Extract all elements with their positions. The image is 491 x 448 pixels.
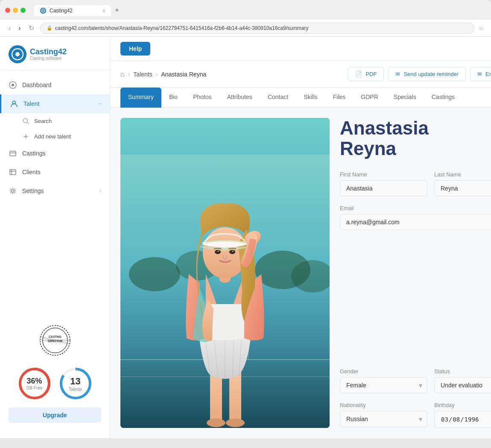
lock-icon: 🔒: [47, 25, 53, 31]
email-group: Email: [340, 205, 491, 360]
close-window-button[interactable]: [5, 8, 10, 13]
tab-close-button[interactable]: ×: [102, 9, 105, 13]
dashboard-label: Dashboard: [22, 82, 52, 88]
help-button[interactable]: Help: [120, 42, 150, 56]
pdf-button[interactable]: 📄 PDF: [348, 67, 384, 81]
tab-summary[interactable]: Summary: [120, 88, 161, 108]
tab-photos[interactable]: Photos: [185, 88, 219, 108]
sidebar-logo: Casting42 Casting software: [0, 37, 110, 70]
svg-rect-28: [120, 155, 330, 428]
stats-row: 36% GB Free 13 Talents: [18, 366, 93, 401]
sidebar-item-talent[interactable]: Talent ›: [0, 94, 110, 113]
forward-button[interactable]: ›: [17, 23, 22, 34]
gb-free-percent: 36%: [26, 377, 43, 386]
maximize-window-button[interactable]: [20, 8, 26, 13]
svg-rect-11: [25, 134, 26, 139]
nationality-select[interactable]: Russian American British: [340, 411, 427, 427]
app-container: Casting42 Casting software Dashboard: [0, 37, 491, 438]
sidebar-item-clients[interactable]: Clients: [0, 163, 110, 182]
search-label: Search: [34, 118, 52, 124]
gender-status-row: Gender Female Male Other Status: [340, 368, 491, 393]
email-talent-button[interactable]: ✉ Email talent: [470, 67, 491, 81]
tab-specials[interactable]: Specials: [386, 88, 424, 108]
tab-castings[interactable]: Castings: [424, 88, 462, 108]
svg-rect-12: [10, 151, 16, 156]
search-icon: [22, 117, 29, 124]
first-name-group: First Name: [340, 171, 427, 196]
sidebar-bottom: CASTING DIRECTOR: [0, 314, 110, 430]
reminder-label: Send update reminder: [403, 71, 459, 77]
tab-bio[interactable]: Bio: [161, 88, 185, 108]
clients-icon: [9, 168, 17, 176]
gender-group: Gender Female Male Other: [340, 368, 427, 393]
status-group: Status Under evaluatio Active Inactive: [434, 368, 491, 393]
address-bar: ‹ › ↻ 🔒 casting42.com/talents/show/Anast…: [0, 20, 491, 37]
tab-attributes[interactable]: Attributes: [219, 88, 260, 108]
talent-icon: [10, 100, 18, 108]
profile-photo: [120, 118, 330, 428]
main-content: Help ⌂ › Talents › Anastasia Reyna 📄 PDF: [110, 37, 491, 438]
birthday-group: Birthday: [434, 402, 491, 428]
sidebar-item-settings[interactable]: Settings ›: [0, 182, 110, 200]
breadcrumb-sep-1: ›: [128, 71, 130, 78]
breadcrumb: ⌂ › Talents › Anastasia Reyna: [120, 70, 206, 78]
talents-text: 13 Talents: [69, 376, 82, 392]
first-name-label: First Name: [340, 171, 427, 178]
tab-gdpr[interactable]: GDPR: [353, 88, 386, 108]
reminder-button[interactable]: ✉ Send update reminder: [388, 67, 466, 81]
sidebar: Casting42 Casting software Dashboard: [0, 37, 110, 438]
tab-contact[interactable]: Contact: [260, 88, 296, 108]
birthday-label: Birthday: [434, 402, 491, 408]
logo-subtitle: Casting software: [30, 56, 67, 61]
last-name-input[interactable]: [434, 180, 491, 196]
page-header: ⌂ › Talents › Anastasia Reyna 📄 PDF ✉ Se…: [110, 61, 491, 88]
sidebar-item-search[interactable]: Search: [0, 113, 110, 129]
nationality-label: Nationality: [340, 402, 427, 408]
bookmark-icon[interactable]: ☆: [479, 25, 484, 32]
profile-content: Anastasia Reyna First Name Last: [110, 108, 491, 438]
reminder-icon: ✉: [395, 71, 400, 77]
sidebar-item-add-talent[interactable]: Add new talent: [0, 129, 110, 144]
email-input[interactable]: [340, 214, 491, 230]
svg-point-6: [12, 84, 14, 86]
active-tab[interactable]: Casting42 ×: [34, 5, 111, 16]
upgrade-button[interactable]: Upgrade: [9, 407, 101, 423]
settings-chevron-icon: ›: [99, 188, 101, 194]
home-icon[interactable]: ⌂: [120, 70, 125, 78]
tabs-bar: Summary Bio Photos Attributes Contact Sk…: [110, 88, 491, 108]
talent-name: Anastasia Reyna: [340, 118, 491, 163]
svg-point-52: [232, 251, 234, 252]
refresh-button[interactable]: ↻: [27, 22, 36, 34]
header-actions: 📄 PDF ✉ Send update reminder ✉ Email tal…: [348, 67, 491, 81]
back-button[interactable]: ‹: [7, 23, 12, 34]
status-label: Status: [434, 368, 491, 375]
pdf-icon: 📄: [355, 71, 362, 77]
breadcrumb-talents[interactable]: Talents: [133, 71, 152, 78]
tab-files[interactable]: Files: [325, 88, 354, 108]
url-bar[interactable]: 🔒 casting42.com/talents/show/Anastasia-R…: [40, 23, 474, 34]
birthday-input[interactable]: [434, 411, 491, 428]
nationality-group: Nationality Russian American British: [340, 402, 427, 428]
svg-line-9: [27, 122, 29, 124]
tab-skills[interactable]: Skills: [296, 88, 325, 108]
settings-icon: [9, 187, 17, 195]
sidebar-item-castings[interactable]: Castings: [0, 144, 110, 163]
first-name-input[interactable]: [340, 180, 427, 196]
svg-point-40: [226, 419, 245, 427]
new-tab-button[interactable]: +: [111, 4, 123, 16]
gender-select[interactable]: Female Male Other: [340, 377, 427, 393]
logo-text: Casting42 Casting software: [30, 48, 67, 61]
email-label: Email: [340, 205, 491, 211]
name-fields-row: First Name Last Name: [340, 171, 491, 196]
sidebar-item-dashboard[interactable]: Dashboard: [0, 76, 110, 94]
talent-label: Talent: [23, 100, 39, 107]
svg-text:CASTING: CASTING: [49, 335, 61, 338]
castings-label: Castings: [22, 150, 45, 157]
sidebar-nav: Dashboard Talent ›: [0, 70, 110, 314]
clients-label: Clients: [22, 169, 41, 176]
minimize-window-button[interactable]: [13, 8, 18, 13]
browser-window: Casting42 × + ‹ › ↻ 🔒 casting42.com/tale…: [0, 0, 491, 438]
tab-favicon: [40, 8, 46, 14]
svg-point-16: [12, 190, 14, 192]
status-select[interactable]: Under evaluatio Active Inactive: [434, 377, 491, 393]
